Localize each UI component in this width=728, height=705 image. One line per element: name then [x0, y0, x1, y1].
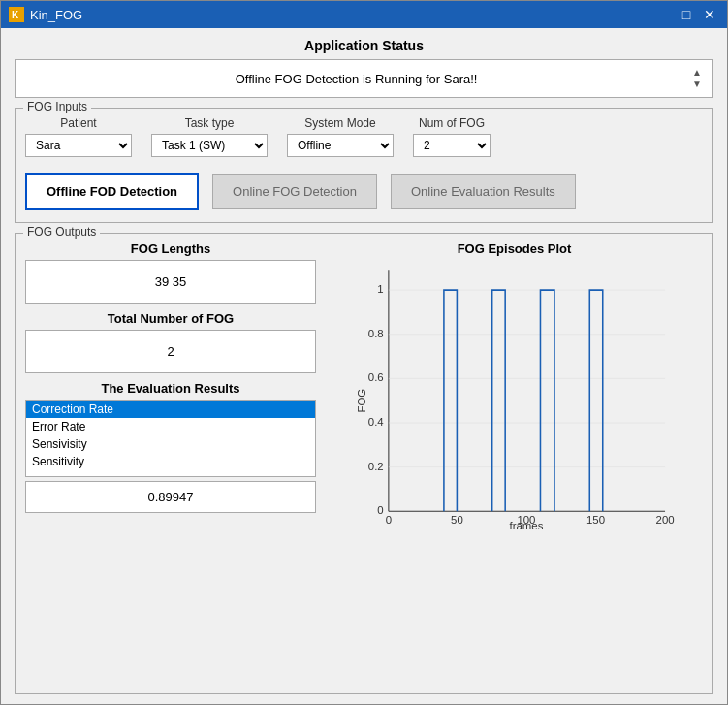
fog-lengths-title: FOG Lengths [25, 241, 316, 256]
fog-outputs-section: FOG Outputs FOG Lengths 39 35 Total Numb… [15, 233, 713, 694]
svg-text:0: 0 [377, 504, 383, 516]
eval-item-error-rate[interactable]: Error Rate [26, 418, 315, 435]
task-label: Task type [151, 116, 268, 130]
svg-text:200: 200 [656, 514, 675, 526]
task-select[interactable]: Task 1 (SW) Task 2 Task 3 [151, 134, 268, 157]
eval-item-correction-rate[interactable]: Correction Rate [26, 401, 315, 418]
window-controls: — □ ✕ [653, 6, 719, 23]
svg-text:100: 100 [517, 514, 535, 526]
minimize-button[interactable]: — [653, 6, 673, 23]
fog-lengths-value: 39 35 [25, 260, 316, 304]
scroll-up-arrow[interactable]: ▲ [689, 67, 705, 79]
fog-inputs-section: FOG Inputs Patient Sara John Mary Task t… [15, 108, 713, 223]
chart-title: FOG Episodes Plot [326, 241, 703, 256]
svg-text:1: 1 [377, 283, 383, 295]
offline-detection-button[interactable]: Offline FOD Detection [25, 173, 199, 210]
numfog-group: Num of FOG 1 2 3 4 [413, 116, 491, 157]
patient-label: Patient [25, 116, 132, 130]
numfog-select[interactable]: 1 2 3 4 [413, 134, 491, 157]
svg-text:0.6: 0.6 [368, 371, 384, 383]
fog-outputs-chart: FOG Episodes Plot FOG frames 0 0.2 0.4 [316, 241, 703, 534]
total-fog-value: 2 [25, 330, 316, 373]
patient-select[interactable]: Sara John Mary [25, 134, 132, 157]
eval-results-section: The Evaluation Results Correction Rate E… [25, 381, 316, 513]
app-status-section: Application Status Offline FOG Detection… [15, 38, 713, 98]
status-box: Offline FOG Detection is Running for Sar… [15, 59, 713, 98]
buttons-row: Offline FOD Detection Online FOG Detecti… [25, 173, 703, 210]
svg-text:0.2: 0.2 [368, 461, 384, 472]
fog-outputs-container: FOG Lengths 39 35 Total Number of FOG 2 … [25, 241, 703, 534]
title-bar: K Kin_FOG — □ ✕ [1, 1, 727, 28]
fog-outputs-legend: FOG Outputs [23, 225, 100, 239]
status-text: Offline FOG Detection is Running for Sar… [23, 72, 689, 86]
fog-inputs-legend: FOG Inputs [23, 100, 91, 113]
evaluation-results-button[interactable]: Online Evaluation Results [391, 174, 576, 209]
mode-select[interactable]: Offline Online [287, 134, 394, 157]
status-scroll[interactable]: ▲ ▼ [689, 67, 705, 90]
svg-text:FOG: FOG [356, 389, 367, 413]
total-fog-title: Total Number of FOG [25, 311, 316, 326]
fog-lengths-section: FOG Lengths 39 35 [25, 241, 316, 304]
main-window: K Kin_FOG — □ ✕ Application Status Offli… [0, 0, 728, 705]
scroll-down-arrow[interactable]: ▼ [689, 79, 705, 90]
svg-text:50: 50 [451, 514, 463, 526]
mode-label: System Mode [287, 116, 394, 130]
numfog-label: Num of FOG [413, 116, 491, 130]
app-status-title: Application Status [15, 38, 713, 53]
fog-episodes-chart: FOG frames 0 0.2 0.4 0.6 0.8 1 [326, 260, 703, 531]
total-fog-section: Total Number of FOG 2 [25, 311, 316, 373]
svg-text:150: 150 [586, 514, 605, 526]
task-group: Task type Task 1 (SW) Task 2 Task 3 [151, 116, 268, 157]
eval-results-title: The Evaluation Results [25, 381, 316, 396]
window-title: Kin_FOG [30, 8, 648, 22]
fog-inputs-grid: Patient Sara John Mary Task type Task 1 … [25, 116, 703, 157]
eval-list[interactable]: Correction Rate Error Rate Sensivisity S… [25, 400, 316, 477]
close-button[interactable]: ✕ [700, 6, 719, 23]
svg-text:K: K [12, 10, 19, 20]
svg-text:0: 0 [386, 514, 392, 526]
svg-text:0.8: 0.8 [368, 328, 384, 339]
eval-item-sensivisity[interactable]: Sensivisity [26, 435, 315, 453]
patient-group: Patient Sara John Mary [25, 116, 132, 157]
mode-group: System Mode Offline Online [287, 116, 394, 157]
restore-button[interactable]: □ [677, 6, 696, 23]
app-icon: K [9, 7, 24, 22]
fog-outputs-left: FOG Lengths 39 35 Total Number of FOG 2 … [25, 241, 316, 534]
online-detection-button[interactable]: Online FOG Detection [212, 174, 377, 209]
eval-value: 0.89947 [25, 481, 316, 513]
main-content: Application Status Offline FOG Detection… [1, 28, 727, 704]
eval-item-sensitivity[interactable]: Sensitivity [26, 453, 315, 470]
svg-text:0.4: 0.4 [368, 416, 384, 428]
